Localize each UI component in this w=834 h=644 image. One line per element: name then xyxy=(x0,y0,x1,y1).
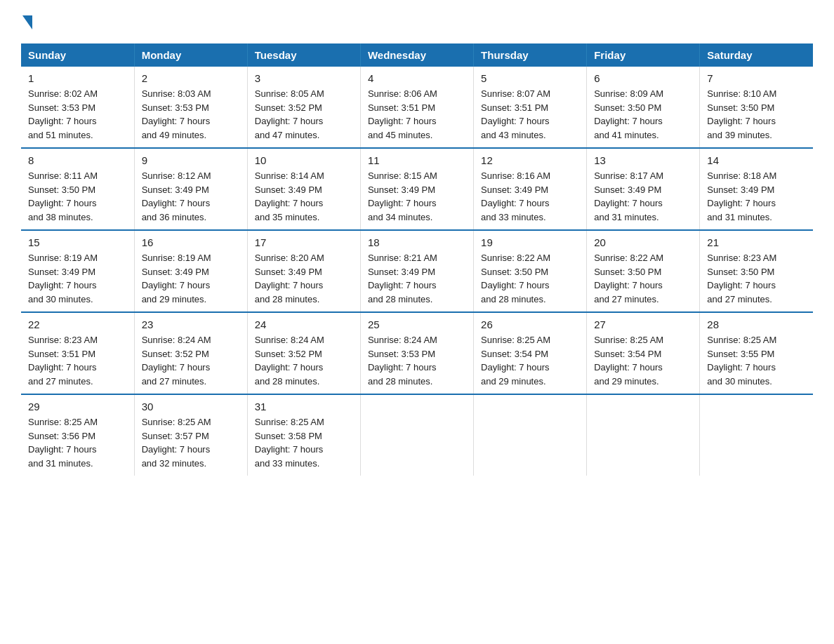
day-number: 13 xyxy=(594,154,692,166)
day-info: Sunrise: 8:25 AMSunset: 3:54 PMDaylight:… xyxy=(481,333,579,388)
calendar-cell: 22 Sunrise: 8:23 AMSunset: 3:51 PMDaylig… xyxy=(21,312,134,394)
day-info: Sunrise: 8:20 AMSunset: 3:49 PMDaylight:… xyxy=(255,251,353,306)
day-info: Sunrise: 8:11 AMSunset: 3:50 PMDaylight:… xyxy=(28,169,127,224)
calendar-cell: 8 Sunrise: 8:11 AMSunset: 3:50 PMDayligh… xyxy=(21,148,134,230)
day-number: 12 xyxy=(481,154,579,166)
calendar-cell xyxy=(360,394,473,476)
day-number: 25 xyxy=(368,318,466,330)
calendar-cell: 19 Sunrise: 8:22 AMSunset: 3:50 PMDaylig… xyxy=(474,230,587,312)
calendar-cell: 23 Sunrise: 8:24 AMSunset: 3:52 PMDaylig… xyxy=(134,312,247,394)
day-number: 23 xyxy=(142,318,240,330)
day-number: 29 xyxy=(28,401,127,412)
day-info: Sunrise: 8:19 AMSunset: 3:49 PMDaylight:… xyxy=(28,251,127,306)
calendar-header-row: SundayMondayTuesdayWednesdayThursdayFrid… xyxy=(21,43,813,67)
day-info: Sunrise: 8:07 AMSunset: 3:51 PMDaylight:… xyxy=(481,87,579,142)
calendar-cell: 25 Sunrise: 8:24 AMSunset: 3:53 PMDaylig… xyxy=(360,312,473,394)
day-number: 19 xyxy=(481,236,579,248)
calendar-week-row: 15 Sunrise: 8:19 AMSunset: 3:49 PMDaylig… xyxy=(21,230,813,312)
day-info: Sunrise: 8:19 AMSunset: 3:49 PMDaylight:… xyxy=(142,251,240,306)
day-info: Sunrise: 8:10 AMSunset: 3:50 PMDaylight:… xyxy=(707,87,806,142)
logo-text-top xyxy=(21,14,32,29)
page-header xyxy=(21,14,813,29)
calendar-cell: 2 Sunrise: 8:03 AMSunset: 3:53 PMDayligh… xyxy=(134,67,247,148)
calendar-cell xyxy=(587,394,700,476)
day-info: Sunrise: 8:22 AMSunset: 3:50 PMDaylight:… xyxy=(481,251,579,306)
day-number: 2 xyxy=(142,72,240,84)
calendar-cell: 16 Sunrise: 8:19 AMSunset: 3:49 PMDaylig… xyxy=(134,230,247,312)
day-number: 10 xyxy=(255,154,353,166)
calendar-cell xyxy=(700,394,813,476)
calendar-cell: 18 Sunrise: 8:21 AMSunset: 3:49 PMDaylig… xyxy=(360,230,473,312)
day-info: Sunrise: 8:17 AMSunset: 3:49 PMDaylight:… xyxy=(594,169,692,224)
day-info: Sunrise: 8:03 AMSunset: 3:53 PMDaylight:… xyxy=(142,87,240,142)
calendar-cell: 30 Sunrise: 8:25 AMSunset: 3:57 PMDaylig… xyxy=(134,394,247,476)
calendar-cell: 10 Sunrise: 8:14 AMSunset: 3:49 PMDaylig… xyxy=(247,148,360,230)
day-info: Sunrise: 8:09 AMSunset: 3:50 PMDaylight:… xyxy=(594,87,692,142)
day-number: 31 xyxy=(255,401,353,412)
calendar-week-row: 8 Sunrise: 8:11 AMSunset: 3:50 PMDayligh… xyxy=(21,148,813,230)
day-info: Sunrise: 8:22 AMSunset: 3:50 PMDaylight:… xyxy=(594,251,692,306)
calendar-cell: 29 Sunrise: 8:25 AMSunset: 3:56 PMDaylig… xyxy=(21,394,134,476)
day-info: Sunrise: 8:02 AMSunset: 3:53 PMDaylight:… xyxy=(28,87,127,142)
calendar-cell: 15 Sunrise: 8:19 AMSunset: 3:49 PMDaylig… xyxy=(21,230,134,312)
calendar-cell: 6 Sunrise: 8:09 AMSunset: 3:50 PMDayligh… xyxy=(587,67,700,148)
calendar-cell xyxy=(474,394,587,476)
calendar-cell: 9 Sunrise: 8:12 AMSunset: 3:49 PMDayligh… xyxy=(134,148,247,230)
day-number: 17 xyxy=(255,236,353,248)
calendar-cell: 14 Sunrise: 8:18 AMSunset: 3:49 PMDaylig… xyxy=(700,148,813,230)
day-info: Sunrise: 8:23 AMSunset: 3:51 PMDaylight:… xyxy=(28,333,127,388)
day-info: Sunrise: 8:06 AMSunset: 3:51 PMDaylight:… xyxy=(368,87,466,142)
calendar-cell: 5 Sunrise: 8:07 AMSunset: 3:51 PMDayligh… xyxy=(474,67,587,148)
calendar-cell: 31 Sunrise: 8:25 AMSunset: 3:58 PMDaylig… xyxy=(247,394,360,476)
calendar-week-row: 1 Sunrise: 8:02 AMSunset: 3:53 PMDayligh… xyxy=(21,67,813,148)
day-number: 26 xyxy=(481,318,579,330)
day-info: Sunrise: 8:25 AMSunset: 3:58 PMDaylight:… xyxy=(255,415,353,470)
day-info: Sunrise: 8:25 AMSunset: 3:57 PMDaylight:… xyxy=(142,415,240,470)
header-saturday: Saturday xyxy=(700,43,813,67)
day-number: 1 xyxy=(28,72,127,84)
day-info: Sunrise: 8:21 AMSunset: 3:49 PMDaylight:… xyxy=(368,251,466,306)
day-number: 20 xyxy=(594,236,692,248)
day-number: 21 xyxy=(707,236,806,248)
logo-arrow-icon xyxy=(22,15,32,29)
day-info: Sunrise: 8:24 AMSunset: 3:53 PMDaylight:… xyxy=(368,333,466,388)
day-number: 4 xyxy=(368,72,466,84)
day-number: 15 xyxy=(28,236,127,248)
day-number: 9 xyxy=(142,154,240,166)
day-info: Sunrise: 8:25 AMSunset: 3:54 PMDaylight:… xyxy=(594,333,692,388)
day-info: Sunrise: 8:18 AMSunset: 3:49 PMDaylight:… xyxy=(707,169,806,224)
day-number: 18 xyxy=(368,236,466,248)
day-number: 7 xyxy=(707,72,806,84)
day-info: Sunrise: 8:05 AMSunset: 3:52 PMDaylight:… xyxy=(255,87,353,142)
day-number: 27 xyxy=(594,318,692,330)
calendar-cell: 7 Sunrise: 8:10 AMSunset: 3:50 PMDayligh… xyxy=(700,67,813,148)
header-friday: Friday xyxy=(587,43,700,67)
day-number: 6 xyxy=(594,72,692,84)
day-info: Sunrise: 8:12 AMSunset: 3:49 PMDaylight:… xyxy=(142,169,240,224)
day-info: Sunrise: 8:14 AMSunset: 3:49 PMDaylight:… xyxy=(255,169,353,224)
day-info: Sunrise: 8:25 AMSunset: 3:56 PMDaylight:… xyxy=(28,415,127,470)
calendar-cell: 3 Sunrise: 8:05 AMSunset: 3:52 PMDayligh… xyxy=(247,67,360,148)
day-number: 16 xyxy=(142,236,240,248)
calendar-cell: 11 Sunrise: 8:15 AMSunset: 3:49 PMDaylig… xyxy=(360,148,473,230)
day-number: 5 xyxy=(481,72,579,84)
day-info: Sunrise: 8:24 AMSunset: 3:52 PMDaylight:… xyxy=(142,333,240,388)
day-number: 28 xyxy=(707,318,806,330)
day-info: Sunrise: 8:25 AMSunset: 3:55 PMDaylight:… xyxy=(707,333,806,388)
calendar-cell: 21 Sunrise: 8:23 AMSunset: 3:50 PMDaylig… xyxy=(700,230,813,312)
day-number: 22 xyxy=(28,318,127,330)
calendar-cell: 20 Sunrise: 8:22 AMSunset: 3:50 PMDaylig… xyxy=(587,230,700,312)
calendar-cell: 13 Sunrise: 8:17 AMSunset: 3:49 PMDaylig… xyxy=(587,148,700,230)
logo xyxy=(21,14,32,29)
day-number: 14 xyxy=(707,154,806,166)
calendar-cell: 26 Sunrise: 8:25 AMSunset: 3:54 PMDaylig… xyxy=(474,312,587,394)
day-info: Sunrise: 8:16 AMSunset: 3:49 PMDaylight:… xyxy=(481,169,579,224)
day-number: 3 xyxy=(255,72,353,84)
calendar-table: SundayMondayTuesdayWednesdayThursdayFrid… xyxy=(21,43,813,476)
header-sunday: Sunday xyxy=(21,43,134,67)
header-thursday: Thursday xyxy=(474,43,587,67)
calendar-cell: 17 Sunrise: 8:20 AMSunset: 3:49 PMDaylig… xyxy=(247,230,360,312)
calendar-cell: 27 Sunrise: 8:25 AMSunset: 3:54 PMDaylig… xyxy=(587,312,700,394)
header-tuesday: Tuesday xyxy=(247,43,360,67)
day-info: Sunrise: 8:24 AMSunset: 3:52 PMDaylight:… xyxy=(255,333,353,388)
